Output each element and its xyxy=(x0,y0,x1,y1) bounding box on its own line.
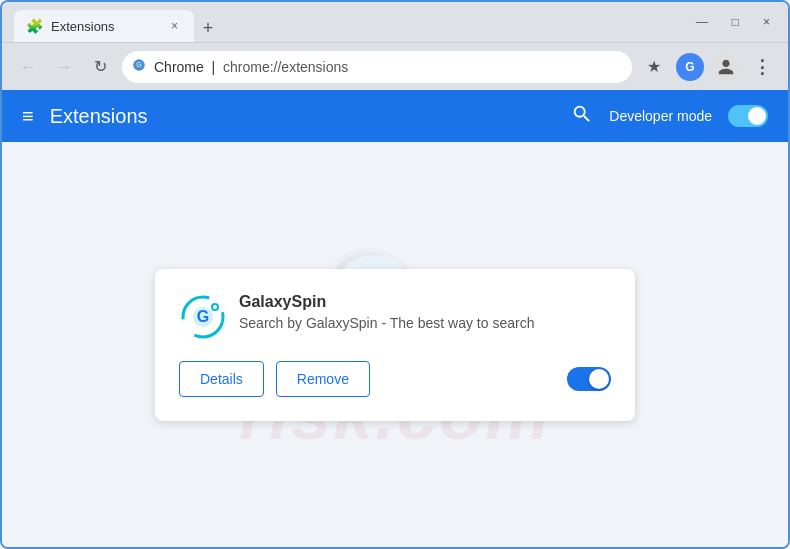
refresh-icon: ↻ xyxy=(94,57,107,76)
extensions-header: ≡ Extensions Developer mode xyxy=(2,90,788,142)
back-button[interactable]: ← xyxy=(14,53,42,81)
chrome-menu-icon[interactable]: ⋮ xyxy=(748,53,776,81)
extension-card: G GalaxySpin Search by GalaxySpin - The … xyxy=(155,269,635,421)
hamburger-menu-icon[interactable]: ≡ xyxy=(22,105,34,128)
extension-name: GalaxySpin xyxy=(239,293,611,311)
window-controls: — □ × xyxy=(690,11,776,33)
svg-text:G: G xyxy=(136,61,141,68)
browser-window: 🧩 Extensions × + — □ × ← → ↻ G Chrome xyxy=(0,0,790,549)
details-button[interactable]: Details xyxy=(179,361,264,397)
extension-toggle-knob xyxy=(589,369,609,389)
extensions-tab[interactable]: 🧩 Extensions × xyxy=(14,10,194,42)
extension-info: GalaxySpin Search by GalaxySpin - The be… xyxy=(239,293,611,331)
extensions-page-title: Extensions xyxy=(50,105,572,128)
extension-icon: G xyxy=(179,293,223,337)
bookmark-icon[interactable]: ★ xyxy=(640,53,668,81)
forward-icon: → xyxy=(56,58,72,76)
forward-button[interactable]: → xyxy=(50,53,78,81)
title-bar: 🧩 Extensions × + — □ × xyxy=(2,2,788,42)
maximize-button[interactable]: □ xyxy=(726,11,745,33)
main-content: 🔍 risk.com G xyxy=(2,142,788,547)
svg-text:G: G xyxy=(197,308,209,325)
google-account-icon[interactable]: G xyxy=(676,53,704,81)
toggle-knob xyxy=(748,107,766,125)
close-button[interactable]: × xyxy=(757,11,776,33)
extension-toggle[interactable] xyxy=(567,367,611,391)
tab-area: 🧩 Extensions × + xyxy=(14,2,682,42)
developer-mode-toggle[interactable] xyxy=(728,105,768,127)
address-right-icons: ★ G ⋮ xyxy=(640,53,776,81)
minimize-button[interactable]: — xyxy=(690,11,714,33)
card-bottom: Details Remove xyxy=(179,361,611,397)
developer-mode-label: Developer mode xyxy=(609,108,712,124)
card-top: G GalaxySpin Search by GalaxySpin - The … xyxy=(179,293,611,337)
header-right-controls: Developer mode xyxy=(571,103,768,130)
back-icon: ← xyxy=(20,58,36,76)
tab-label: Extensions xyxy=(51,19,115,34)
puzzle-icon: 🧩 xyxy=(26,18,43,34)
remove-button[interactable]: Remove xyxy=(276,361,370,397)
address-wrapper: G Chrome | chrome://extensions xyxy=(122,51,632,83)
refresh-button[interactable]: ↻ xyxy=(86,53,114,81)
address-bar: ← → ↻ G Chrome | chrome://extensions ★ G… xyxy=(2,42,788,90)
new-tab-button[interactable]: + xyxy=(194,14,222,42)
secure-icon: G xyxy=(132,58,146,75)
search-icon[interactable] xyxy=(571,103,593,130)
extension-description: Search by GalaxySpin - The best way to s… xyxy=(239,315,611,331)
svg-point-6 xyxy=(213,305,217,309)
user-account-icon[interactable] xyxy=(712,53,740,81)
url-input[interactable] xyxy=(122,51,632,83)
tab-close-button[interactable]: × xyxy=(167,17,182,35)
